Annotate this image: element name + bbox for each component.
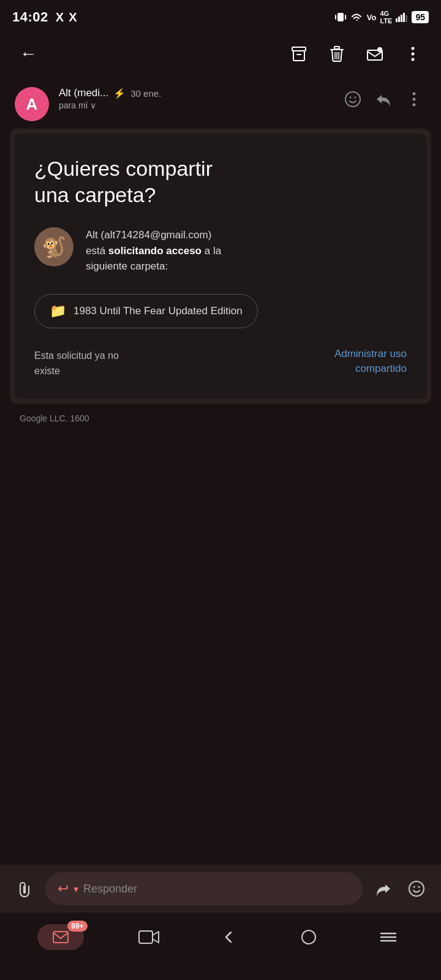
system-home-button[interactable] — [293, 922, 324, 952]
app-toolbar: ← — [0, 32, 441, 76]
battery-indicator: 95 — [412, 11, 429, 23]
emoji-reply-icon — [408, 880, 425, 897]
svg-point-22 — [413, 92, 416, 96]
email-to-row[interactable]: para mí ∨ — [59, 100, 331, 110]
svg-point-17 — [412, 53, 415, 56]
delete-icon — [330, 46, 344, 62]
mail-nav-button[interactable]: 99+ — [37, 924, 84, 950]
email-to-label: para mí — [59, 100, 88, 110]
video-icon — [138, 929, 160, 945]
system-menu-button[interactable] — [373, 922, 404, 952]
status-bar: 14:02 X X Vo 4GLTE 95 — [0, 0, 441, 32]
mark-unread-button[interactable] — [361, 40, 388, 67]
folder-badge: 📁 1983 Until The Fear Updated Edition — [34, 294, 258, 328]
forward-button[interactable] — [371, 876, 396, 901]
status-icons: Vo 4GLTE 95 — [335, 10, 429, 24]
folder-icon: 📁 — [50, 303, 66, 319]
svg-rect-6 — [403, 13, 405, 22]
archive-button[interactable] — [285, 40, 312, 67]
svg-point-25 — [409, 881, 424, 896]
email-meta: Alt (medi... ⚡ 30 ene. para mí ∨ — [59, 87, 331, 110]
svg-rect-2 — [345, 15, 346, 20]
requester-action-prefix: está — [86, 245, 108, 257]
email-header: A Alt (medi... ⚡ 30 ene. para mí ∨ — [0, 76, 441, 129]
google-footer: Google LLC. 1600 — [0, 404, 441, 428]
svg-rect-4 — [398, 17, 400, 22]
more-options-button[interactable] — [399, 40, 426, 67]
reply-chevron-icon: ▾ — [74, 883, 78, 895]
requester-avatar: 🐒 — [34, 227, 74, 266]
svg-point-26 — [413, 886, 415, 888]
mail-nav-icon — [52, 930, 69, 944]
system-back-button[interactable] — [214, 922, 244, 952]
emoji-reply-button[interactable] — [404, 876, 429, 901]
folder-name: 1983 Until The Fear Updated Edition — [74, 305, 243, 317]
manage-link[interactable]: Administrar uso — [334, 348, 407, 360]
svg-rect-8 — [292, 47, 306, 51]
attach-button[interactable] — [12, 876, 37, 901]
email-body-container: ¿Quieres compartiruna carpeta? 🐒 Alt (al… — [10, 129, 431, 404]
svg-point-27 — [418, 886, 420, 888]
system-home-icon — [300, 929, 317, 946]
mail-badge: 99+ — [67, 921, 87, 932]
svg-point-19 — [345, 92, 360, 107]
reply-icon — [375, 92, 392, 107]
svg-point-18 — [412, 58, 415, 61]
svg-rect-5 — [401, 15, 402, 22]
footer-line1: Esta solicitud ya no — [34, 350, 119, 361]
twitter-x2: X — [69, 10, 77, 24]
requester-text: Alt (alt714284@gmail.com) está solicitan… — [86, 227, 221, 274]
status-time: 14:02 — [12, 9, 48, 25]
reply-arrow-icon: ↩ — [58, 881, 69, 897]
email-header-actions — [341, 87, 426, 111]
wifi-icon — [350, 12, 363, 22]
lte-indicator: 4GLTE — [380, 10, 392, 24]
google-footer-text: Google LLC. 1600 — [20, 413, 89, 423]
toolbar-actions — [285, 40, 426, 67]
lightning-icon: ⚡ — [113, 88, 126, 99]
svg-rect-1 — [335, 15, 336, 20]
svg-point-15 — [377, 47, 382, 52]
system-menu-icon — [380, 932, 397, 943]
emoji-reaction-button[interactable] — [341, 87, 365, 111]
vibrate-icon — [335, 10, 346, 24]
svg-rect-29 — [139, 931, 153, 943]
back-button[interactable]: ← — [15, 40, 42, 67]
svg-rect-0 — [337, 13, 344, 21]
email-more-button[interactable] — [402, 87, 426, 111]
requester-email: Alt (alt714284@gmail.com) — [86, 229, 211, 241]
svg-point-23 — [413, 98, 416, 101]
to-chevron-icon: ∨ — [90, 100, 96, 110]
svg-point-21 — [355, 97, 356, 99]
shared-link[interactable]: compartido — [355, 363, 407, 375]
mark-unread-icon — [366, 47, 383, 61]
vo-indicator: Vo — [367, 13, 377, 22]
svg-rect-28 — [53, 932, 68, 943]
delete-button[interactable] — [323, 40, 350, 67]
more-vertical-icon — [412, 91, 416, 107]
signal-icon — [396, 12, 408, 22]
email-card: ¿Quieres compartiruna carpeta? 🐒 Alt (al… — [15, 134, 426, 399]
email-date: 30 ene. — [130, 88, 161, 99]
svg-point-16 — [412, 47, 415, 50]
emoji-icon — [344, 91, 361, 108]
sender-name: Alt (medi... — [59, 87, 108, 99]
svg-point-30 — [302, 930, 315, 944]
avatar: A — [15, 87, 49, 121]
system-back-icon — [222, 930, 236, 944]
reply-bar: ↩ ▾ Responder — [0, 865, 441, 913]
video-nav-button[interactable] — [134, 922, 164, 952]
card-title: ¿Quieres compartiruna carpeta? — [34, 156, 407, 208]
reply-placeholder: Responder — [83, 883, 350, 895]
reply-input-pill[interactable]: ↩ ▾ Responder — [45, 872, 363, 905]
back-arrow-icon: ← — [20, 44, 37, 64]
twitter-x1: X — [56, 10, 64, 24]
bottom-nav: 99+ — [0, 913, 441, 980]
svg-rect-3 — [396, 18, 398, 22]
svg-rect-10 — [334, 47, 339, 49]
forward-icon — [375, 881, 392, 896]
reply-button[interactable] — [371, 87, 396, 111]
svg-point-20 — [350, 97, 352, 99]
requester-row: 🐒 Alt (alt714284@gmail.com) está solicit… — [34, 227, 407, 274]
card-footer: Esta solicitud ya no existe Administrar … — [34, 348, 407, 379]
